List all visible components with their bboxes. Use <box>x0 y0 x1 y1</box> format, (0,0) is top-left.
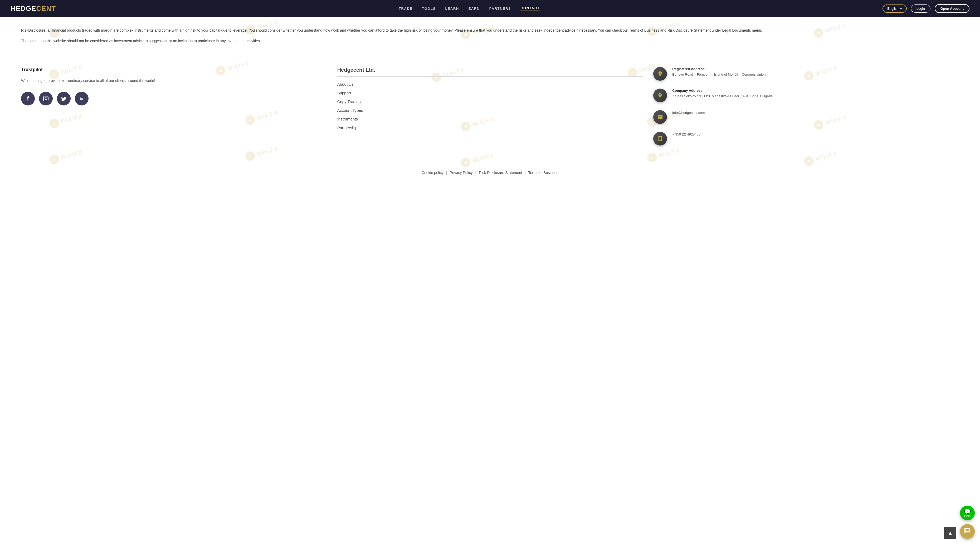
trustpilot-title: Trustpilot <box>21 67 327 72</box>
line-float-button[interactable]: 💬 LINE <box>960 506 975 520</box>
nav-learn[interactable]: LEARN <box>445 6 459 11</box>
disclosure-section: RiskDisclosure: all financial products t… <box>21 27 959 56</box>
phone-value: + 359 (2) 4928450 <box>672 132 700 137</box>
instagram-icon[interactable] <box>39 92 53 105</box>
nav-contact[interactable]: CONTACT <box>520 6 540 11</box>
trustpilot-description: We're aiming to provide extraordinary se… <box>21 78 327 84</box>
footer-link-support[interactable]: Support <box>337 91 643 95</box>
footer-section: Trustpilot We're aiming to provide extra… <box>21 56 959 164</box>
nav-trade[interactable]: TRADE <box>399 6 412 11</box>
chevron-down-icon: ▾ <box>900 6 902 11</box>
login-button[interactable]: Login <box>911 5 931 13</box>
nav-earn[interactable]: EARN <box>469 6 480 11</box>
privacy-policy-link[interactable]: Privacy Policy <box>450 171 473 175</box>
logo[interactable]: HEDGECENT <box>11 5 56 13</box>
logo-text: HEDGECENT <box>11 5 56 13</box>
email-icon <box>653 110 667 124</box>
cookie-policy-link[interactable]: Cookie policy <box>422 171 444 175</box>
registered-address-label: Registered Address: <box>672 67 765 71</box>
registered-address-value: Bonovo Road – Fomboni – Island of Mohéli… <box>672 72 765 77</box>
nav-links: TRADE TOOLS LEARN EARN PARTNERS CONTACT <box>399 6 540 11</box>
disclosure-text-1: RiskDisclosure: all financial products t… <box>21 27 959 34</box>
svg-point-1 <box>45 98 47 100</box>
nav-tools[interactable]: TOOLS <box>422 6 436 11</box>
disclosure-text-2: The content on this website should not b… <box>21 38 959 44</box>
twitter-icon[interactable] <box>57 92 71 105</box>
phone-item: + 359 (2) 4928450 <box>653 132 959 145</box>
company-name: Hedgecent Ltd. <box>337 67 643 77</box>
navbar-right: English ▾ Login Open Account <box>883 4 969 13</box>
contact-column: Registered Address: Bonovo Road – Fombon… <box>653 67 959 153</box>
footer-link-partnership[interactable]: Partnership <box>337 126 643 130</box>
office-location-icon <box>653 89 667 102</box>
main-content: W WikiFX W WikiFX W WikiFX W WikiFX W Wi… <box>0 17 980 181</box>
language-label: English <box>887 6 899 11</box>
social-icons: f in <box>21 92 327 105</box>
links-column: Hedgecent Ltd. About Us Support Copy Tra… <box>337 67 643 153</box>
email-item: info@hedgecent.com <box>653 110 959 124</box>
scroll-top-button[interactable]: ▲ <box>944 527 956 539</box>
phone-icon <box>653 132 667 145</box>
company-address-item: Company Address: 7 Spas Sokolov Str., Fl… <box>653 89 959 102</box>
linkedin-icon[interactable]: in <box>75 92 89 105</box>
footer-link-about[interactable]: About Us <box>337 82 643 86</box>
chat-icon <box>964 527 971 536</box>
trustpilot-column: Trustpilot We're aiming to provide extra… <box>21 67 327 153</box>
navbar: HEDGECENT TRADE TOOLS LEARN EARN PARTNER… <box>0 0 980 17</box>
registered-address-item: Registered Address: Bonovo Road – Fombon… <box>653 67 959 81</box>
line-label: LINE <box>964 515 970 518</box>
email-value: info@hedgecent.com <box>672 110 705 115</box>
facebook-icon[interactable]: f <box>21 92 35 105</box>
company-address-label: Company Address: <box>672 89 773 93</box>
open-account-button[interactable]: Open Account <box>935 4 969 13</box>
footer-link-instruments[interactable]: Instruments <box>337 117 643 121</box>
location-icon <box>653 67 667 81</box>
bottom-bar: Cookie policy | Privacy Policy | Risk Di… <box>21 164 959 181</box>
chat-float-button[interactable] <box>960 524 975 539</box>
bottom-links: Cookie policy | Privacy Policy | Risk Di… <box>21 171 959 175</box>
line-icon: 💬 <box>964 508 971 515</box>
risk-disclosure-link[interactable]: Risk Disclosure Statement <box>479 171 522 175</box>
svg-rect-0 <box>43 96 48 101</box>
company-address-value: 7 Spas Sokolov Str., Fl:3, Manastirski L… <box>672 94 773 99</box>
svg-point-2 <box>47 97 48 97</box>
terms-of-business-link[interactable]: Terms of Business <box>528 171 558 175</box>
language-button[interactable]: English ▾ <box>883 5 907 13</box>
footer-link-copy-trading[interactable]: Copy Trading <box>337 99 643 104</box>
scroll-top-icon: ▲ <box>948 530 953 536</box>
nav-partners[interactable]: PARTNERS <box>489 6 511 11</box>
footer-link-account-types[interactable]: Account Types <box>337 108 643 113</box>
